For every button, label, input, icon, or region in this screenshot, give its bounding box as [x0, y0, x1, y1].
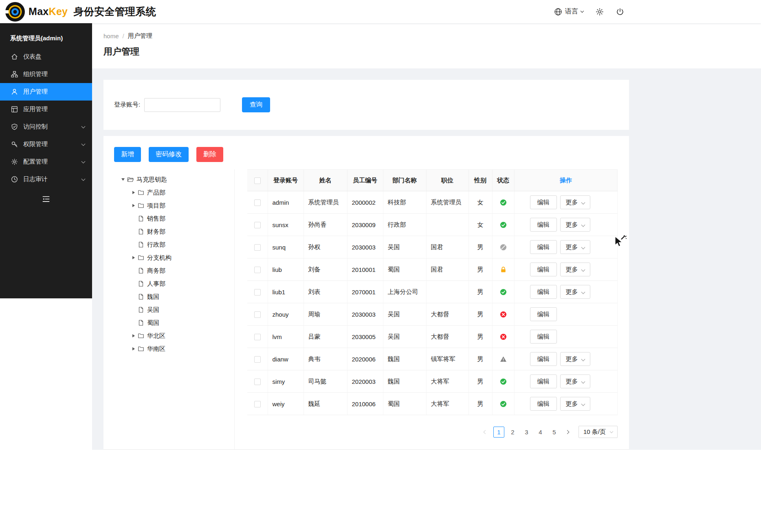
cell-department: 上海分公司 [383, 281, 426, 303]
tree-node[interactable]: 项目部 [103, 199, 234, 212]
previous-page-button[interactable] [481, 427, 490, 437]
tree-node[interactable]: 行政部 [103, 238, 234, 251]
tree-node[interactable]: 魏国 [103, 290, 234, 303]
folder-icon [138, 254, 144, 261]
row-checkbox[interactable] [254, 267, 261, 273]
query-button[interactable]: 查询 [242, 97, 270, 112]
cell-name: 系统管理员 [304, 191, 347, 214]
more-button[interactable]: 更多 [560, 195, 590, 209]
tree-node[interactable]: 马克思钥匙 [103, 173, 234, 186]
tree-node[interactable]: 华南区 [103, 342, 234, 355]
language-switcher[interactable]: 语言 [554, 7, 583, 16]
cell-employee-no: 2000002 [347, 191, 383, 214]
select-all-checkbox[interactable] [254, 177, 261, 184]
cell-gender: 男 [468, 236, 492, 258]
row-checkbox[interactable] [254, 311, 261, 318]
edit-button[interactable]: 编辑 [530, 285, 557, 299]
next-page-button[interactable] [563, 427, 572, 437]
cell-position: 大将军 [426, 393, 468, 415]
sidebar-item-dashboard[interactable]: 仪表盘 [0, 48, 92, 66]
folder-icon [138, 333, 144, 339]
delete-button[interactable]: 删除 [196, 147, 223, 162]
more-button[interactable]: 更多 [560, 240, 590, 254]
cell-department: 蜀国 [383, 393, 426, 415]
cell-account: liub [268, 258, 304, 281]
edit-button[interactable]: 编辑 [530, 374, 557, 388]
tree-node[interactable]: 人事部 [103, 277, 234, 290]
tree-node[interactable]: 商务部 [103, 264, 234, 277]
sidebar-item-apps[interactable]: 应用管理 [0, 101, 92, 118]
cell-status [492, 214, 514, 236]
more-button[interactable]: 更多 [560, 285, 590, 299]
brand-max: Max [29, 6, 49, 17]
app-window: MaxKey 身份安全管理系统 语言 系统管理员(admin) 仪表盘 组织管理 [0, 0, 761, 532]
login-account-input[interactable] [144, 98, 220, 112]
pagination: 12345 10 条/页 [247, 415, 618, 449]
edit-button[interactable]: 编辑 [530, 195, 557, 209]
tree-node[interactable]: 分支机构 [103, 251, 234, 264]
tree-node[interactable]: 华北区 [103, 329, 234, 342]
tree-node[interactable]: 吴国 [103, 303, 234, 316]
menu-collapse-icon[interactable] [42, 195, 51, 204]
page-number-5[interactable]: 5 [549, 427, 560, 438]
cell-position: 大将军 [426, 370, 468, 393]
more-button[interactable]: 更多 [560, 374, 590, 388]
add-button[interactable]: 新增 [114, 147, 141, 162]
page-size-select[interactable]: 10 条/页 [578, 426, 618, 438]
brand-key: Key [49, 6, 68, 17]
page-number-1[interactable]: 1 [493, 427, 504, 438]
caret-right-icon [130, 254, 137, 261]
column-header-7[interactable]: 操作 [514, 170, 618, 191]
change-password-button[interactable]: 密码修改 [149, 147, 189, 162]
user-table: 登录账号姓名员工编号部门名称职位性别状态操作 admin 系统管理员 20000… [247, 169, 618, 415]
page-number-4[interactable]: 4 [535, 427, 546, 438]
row-checkbox[interactable] [254, 334, 261, 340]
column-header-4: 职位 [426, 170, 468, 191]
sidebar-item-users[interactable]: 用户管理 [0, 83, 92, 101]
tree-node[interactable]: 产品部 [103, 186, 234, 199]
chevron-down-icon [581, 223, 585, 227]
more-button[interactable]: 更多 [560, 263, 590, 276]
edit-button[interactable]: 编辑 [530, 240, 557, 254]
page-number-3[interactable]: 3 [521, 427, 532, 438]
audit-icon [11, 176, 18, 183]
sidebar-item-audit[interactable]: 日志审计 [0, 171, 92, 188]
row-checkbox[interactable] [254, 222, 261, 228]
tree-node[interactable]: 蜀国 [103, 316, 234, 329]
brand-suffix: 身份安全管理系统 [74, 6, 156, 17]
tree-node[interactable]: 销售部 [103, 212, 234, 225]
edit-button[interactable]: 编辑 [530, 263, 557, 276]
row-checkbox[interactable] [254, 244, 261, 251]
caret-right-icon [130, 202, 137, 209]
cell-account: zhouy [268, 303, 304, 326]
sidebar-item-access[interactable]: 访问控制 [0, 118, 92, 136]
tree-node[interactable]: 财务部 [103, 225, 234, 238]
row-checkbox[interactable] [254, 379, 261, 385]
row-checkbox[interactable] [254, 289, 261, 296]
sidebar-item-permission[interactable]: 权限管理 [0, 136, 92, 153]
row-checkbox[interactable] [254, 401, 261, 407]
more-button[interactable]: 更多 [560, 397, 590, 411]
page-number-2[interactable]: 2 [507, 427, 518, 438]
more-button[interactable]: 更多 [560, 218, 590, 232]
cell-gender: 男 [468, 348, 492, 370]
edit-button[interactable]: 编辑 [530, 397, 557, 411]
settings-gear-icon[interactable] [596, 8, 604, 16]
status-active-icon [500, 401, 507, 407]
edit-button[interactable]: 编辑 [530, 352, 557, 366]
sidebar-item-config[interactable]: 配置管理 [0, 153, 92, 171]
app-title: MaxKey 身份安全管理系统 [29, 5, 156, 18]
cell-department: 吴国 [383, 303, 426, 326]
logout-icon[interactable] [616, 8, 624, 16]
more-button[interactable]: 更多 [560, 352, 590, 366]
edit-button[interactable]: 编辑 [530, 218, 557, 232]
row-checkbox[interactable] [254, 356, 261, 363]
edit-button[interactable]: 编辑 [530, 307, 557, 321]
breadcrumb-home-link[interactable]: home [103, 33, 119, 39]
sidebar-item-org[interactable]: 组织管理 [0, 66, 92, 83]
cell-name: 司马懿 [304, 370, 347, 393]
edit-button[interactable]: 编辑 [530, 330, 557, 344]
file-icon [138, 228, 144, 235]
cell-status [492, 281, 514, 303]
row-checkbox[interactable] [254, 199, 261, 206]
